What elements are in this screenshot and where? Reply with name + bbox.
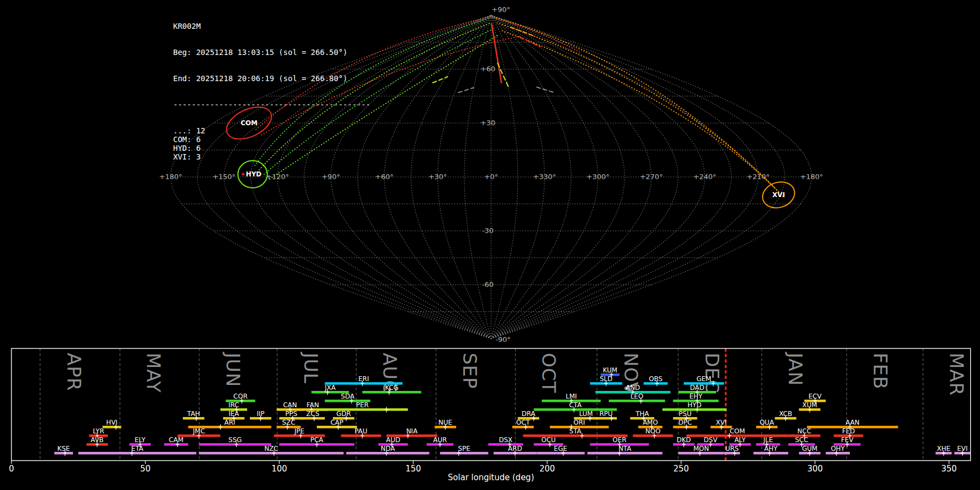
shower-label-oct: OCT — [516, 419, 530, 426]
shower-label-tah: TAH — [187, 410, 200, 418]
shower-bar-per — [317, 408, 408, 411]
lat-label: +30 — [480, 119, 495, 127]
shower-label-ohy: OHY — [831, 445, 845, 452]
peak-marker-per — [385, 407, 388, 412]
shower-label-rpu: RPU — [599, 410, 612, 418]
shower-label-pps: PPS — [285, 410, 297, 418]
shower-label-eri: ERI — [358, 375, 369, 383]
shower-label-jle: JLE — [763, 436, 773, 444]
shower-bar-kcg — [363, 391, 421, 394]
month-label-jan: JAN — [785, 352, 806, 386]
begin-time: Beg: 20251218 13:03:15 (sol = 266.50°) — [173, 48, 370, 57]
shower-label-ssg: SSG — [229, 436, 242, 444]
radiant-drift-trail — [497, 23, 779, 192]
count-line-xvi: XVI: 3 — [173, 152, 370, 161]
month-label-mar: MAR — [946, 353, 967, 396]
shower-label-gem: GEM — [696, 375, 711, 383]
shower-label-eta: ETA — [131, 445, 144, 452]
radiant-drift-trail — [501, 30, 783, 197]
shower-bar-nta — [587, 452, 663, 455]
end-time: End: 20251218 20:06:19 (sol = 266.80°) — [173, 74, 370, 83]
month-label-sep: SEP — [459, 353, 481, 389]
shower-label-com: COM — [730, 427, 745, 435]
shower-label-tha: THA — [635, 410, 649, 418]
shower-label-ege: EGE — [554, 445, 567, 452]
shower-label-kcg: KCG — [385, 384, 399, 391]
scene-svg: +90°-90°+60+30-30-60+180°+150°+120°+90°+… — [0, 0, 980, 490]
lon-label: +30° — [428, 173, 447, 181]
month-label-jun: JUN — [222, 352, 244, 387]
shower-label-nzc: NZC — [264, 445, 278, 452]
shower-label-jpe: JPE — [294, 427, 304, 435]
month-label-may: MAY — [143, 353, 164, 393]
shower-bar-hvi — [102, 426, 121, 428]
x-tick-label: 50 — [140, 464, 150, 474]
lon-label: +240° — [693, 173, 716, 181]
lat-label: -60 — [482, 280, 493, 289]
x-tick-label: 0 — [9, 464, 14, 474]
shower-label-dsx: DSX — [499, 436, 512, 444]
lon-label: +60° — [375, 173, 394, 181]
x-axis-title: Solar longitude (deg) — [448, 473, 534, 482]
shower-label-hyd: HYD — [688, 401, 702, 409]
shower-label-zcs: ZCS — [306, 410, 319, 418]
shower-bar-nzc — [199, 452, 344, 455]
shower-label-aud: AUD — [386, 436, 400, 444]
meteor-track — [458, 88, 474, 93]
shower-label-mon: MON — [694, 445, 709, 452]
pole-label-bottom: -90° — [495, 335, 511, 344]
shower-label-ocu: OCU — [541, 436, 556, 444]
shower-label-spe: SPE — [458, 445, 470, 452]
shower-label-ori: ORI — [573, 419, 585, 426]
meteor-track — [492, 24, 501, 83]
lon-label: +0° — [484, 173, 498, 181]
shower-bar-qua — [756, 426, 777, 428]
shower-label-dpc: DPC — [678, 419, 692, 426]
shower-bar-rpu — [596, 417, 617, 420]
shower-label-sda: SDA — [341, 393, 355, 400]
shower-label-cor: COR — [234, 393, 248, 400]
shower-label-leo: LEO — [630, 393, 644, 400]
x-tick-label: 200 — [540, 464, 555, 474]
lat-label: -30 — [482, 226, 493, 235]
count-line-com: COM: 6 — [173, 135, 370, 144]
x-tick-label: 100 — [272, 464, 287, 474]
observation-info: KR002M Beg: 20251218 13:03:15 (sol = 266… — [173, 4, 370, 179]
month-label-oct: OCT — [538, 353, 560, 393]
shower-label-qua: QUA — [759, 419, 774, 426]
shower-label-cta: CTA — [569, 401, 582, 409]
station-id: KR002M — [173, 22, 370, 30]
shower-label-lyr: LYR — [93, 427, 105, 435]
shower-label-psu: PSU — [679, 410, 692, 418]
shower-label-kse: KSE — [57, 445, 70, 452]
shower-label-cam: CAM — [169, 436, 183, 444]
shower-bar-ege — [536, 452, 585, 455]
shower-label-obs: OBS — [649, 375, 663, 383]
shower-label-cap: CAP — [330, 419, 344, 426]
shower-bar-oct — [512, 426, 534, 428]
lon-label: +180° — [800, 173, 823, 181]
shower-label-amo: AMO — [642, 419, 658, 426]
shower-label-jxa: JXA — [324, 384, 336, 391]
radiant-drift-trail — [494, 17, 774, 187]
shower-bar-eta — [78, 452, 197, 455]
meteor-track — [498, 63, 509, 87]
radiant-label-xvi: XVI — [773, 191, 785, 199]
shower-label-ahy: AHY — [764, 445, 778, 452]
separator-line: ----------------------------------------… — [173, 100, 370, 109]
shower-bar-sta — [523, 434, 628, 437]
shower-label-gdr: GDR — [336, 410, 351, 418]
shower-label-per: PER — [356, 401, 369, 409]
meteor-track — [433, 77, 448, 83]
x-tick-label: 300 — [807, 464, 823, 474]
month-label-feb: FEB — [869, 353, 891, 389]
shower-label-pau: PAU — [354, 427, 367, 435]
shower-label-fed: FED — [842, 427, 855, 435]
shower-label-irc: IRC — [229, 401, 240, 409]
lon-label: +270° — [640, 173, 663, 181]
shower-label-szc: SZC — [282, 419, 295, 426]
shower-label-ehy: EHY — [689, 393, 703, 400]
page: +90°-90°+60+30-30-60+180°+150°+120°+90°+… — [0, 0, 980, 490]
month-label-jul: JUL — [300, 352, 322, 384]
shower-bar-leo — [609, 400, 665, 402]
